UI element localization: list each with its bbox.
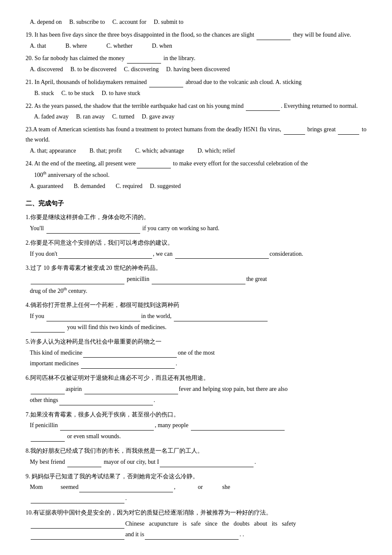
c3-en-2: drug of the 20th century. xyxy=(26,285,366,296)
q20-blank xyxy=(127,63,161,64)
c5-blank1 xyxy=(83,357,177,358)
q21-options: B. stuck C. to be stuck D. to have stuck xyxy=(26,88,366,98)
c10-blank3 xyxy=(145,539,239,540)
completion-item-9: 9. 妈妈似乎已知道了我的考试结果了，否则她肯定不会这么冷静。 Mom seem… xyxy=(26,471,366,503)
c3-blank2 xyxy=(152,284,245,284)
completion-item-6: 6.阿司匹林不仅被证明对于退烧和止痛必不可少，而且还有其他用途。 aspirin… xyxy=(26,373,366,405)
c9-en-2: . xyxy=(26,493,366,503)
page-content: A. depend on B. subscribe to C. account … xyxy=(26,17,366,540)
c6-blank1 xyxy=(31,394,65,394)
c9-blank2 xyxy=(31,503,124,503)
c5-blank2 xyxy=(81,368,175,369)
q24-blank xyxy=(137,168,171,168)
c6-blank2 xyxy=(84,394,178,394)
c3-blank1 xyxy=(31,284,124,284)
c8-blank1 xyxy=(67,467,101,467)
c7-blank1 xyxy=(60,430,154,431)
c3-en: penicillin the great xyxy=(26,274,366,284)
c2-blank2 xyxy=(175,258,269,259)
c1-en: You'll if you carry on working so hard. xyxy=(26,223,366,234)
c9-zh: 9. 妈妈似乎已知道了我的考试结果了，否则她肯定不会这么冷静。 xyxy=(26,471,366,482)
q24-text: 24. At the end of the meeting, all prese… xyxy=(26,159,366,169)
c4-blank3 xyxy=(31,332,65,332)
q22-blank xyxy=(246,110,280,111)
completion-item-2: 2.你要是不同意这个安排的话，我们可以考虑你的建议。 If you don't,… xyxy=(26,238,366,259)
c7-blank2 xyxy=(191,430,285,431)
c7-en-2: or even small wounds. xyxy=(26,431,366,442)
c6-en: aspirin fever and helping stop pain, but… xyxy=(26,384,366,394)
completion-item-7: 7.如果没有青霉素，很多人会死于疾病，甚至很小的伤口。 If penicilli… xyxy=(26,410,366,442)
c8-en: My best friend mayor of our city, but I. xyxy=(26,457,366,467)
q23-blank2 xyxy=(338,134,359,135)
c9-en: Mom seemed, or she xyxy=(26,482,366,492)
q20-text: 20. So far nobody has claimed the money … xyxy=(26,53,366,64)
c2-en: If you don't, we can consideration. xyxy=(26,249,366,259)
completion-item-1: 1.你要是继续这样拼命工作，身体会吃不消的。 You'll if you car… xyxy=(26,212,366,234)
c9-blank1 xyxy=(79,492,173,492)
c6-blank3 xyxy=(59,405,153,405)
q19-text: 19. It has been five days since the thre… xyxy=(26,30,366,40)
q21-text: 21. In April, thousands of holidaymakers… xyxy=(26,77,366,87)
q19-options: A. that B. where C. whether D. when xyxy=(26,41,366,51)
c7-zh: 7.如果没有青霉素，很多人会死于疾病，甚至很小的伤口。 xyxy=(26,410,366,420)
c4-blank2 xyxy=(174,321,268,321)
q24-options: A. guaranteed B. demanded C. required D.… xyxy=(26,181,366,191)
c10-blank2 xyxy=(31,539,124,540)
c5-zh: 5.许多人认为这种药是当代社会中最重要的药物之一 xyxy=(26,337,366,347)
completion-item-4: 4.倘若你打开世界上任何一个药柜，都很可能找到这两种药 If you in th… xyxy=(26,300,366,332)
c10-blank1 xyxy=(31,528,124,529)
c4-blank1 xyxy=(46,321,140,321)
completion-item-5: 5.许多人认为这种药是当代社会中最重要的药物之一 This kind of me… xyxy=(26,337,366,369)
section2-title: 二、完成句子 xyxy=(26,198,366,209)
q22-options: A. faded away B. ran away C. turned D. g… xyxy=(26,112,366,122)
q23-text: 23.A team of American scientists has fou… xyxy=(26,124,366,145)
c4-en: If you in the world, xyxy=(26,311,366,321)
q0-options-text: A. depend on B. subscribe to C. account … xyxy=(30,19,183,25)
completion-item-10: 10.有证据表明中国针灸是安全的，因为对它的质疑已经逐渐消除，并被推荐为一种好的… xyxy=(26,508,366,540)
c8-blank2 xyxy=(160,467,254,467)
options-line-0: A. depend on B. subscribe to C. account … xyxy=(26,17,366,27)
c4-zh: 4.倘若你打开世界上任何一个药柜，都很可能找到这两种药 xyxy=(26,300,366,310)
q20-options: A. discovered B. to be discovered C. dis… xyxy=(26,64,366,75)
c5-en-2: important medicines . xyxy=(26,358,366,369)
c1-zh: 1.你要是继续这样拼命工作，身体会吃不消的。 xyxy=(26,212,366,223)
c1-blank xyxy=(46,233,140,234)
c8-zh: 8.我的好朋友已经成了我们市的市长，而我依然是一名工厂的工人。 xyxy=(26,446,366,456)
section2: 二、完成句子 1.你要是继续这样拼命工作，身体会吃不消的。 You'll if … xyxy=(26,198,366,540)
q19-blank xyxy=(257,40,291,40)
completion-item-8: 8.我的好朋友已经成了我们市的市长，而我依然是一名工厂的工人。 My best … xyxy=(26,446,366,467)
q21-blank xyxy=(149,87,183,87)
c7-blank3 xyxy=(31,441,65,442)
q24-text-2: 100th anniversary of the school. xyxy=(26,169,366,180)
c10-en-2: and it is. . xyxy=(26,529,366,540)
q23-options: A. that; appearance B. that; profit C. w… xyxy=(26,146,366,156)
c10-zh: 10.有证据表明中国针灸是安全的，因为对它的质疑已经逐渐消除，并被推荐为一种好的… xyxy=(26,508,366,518)
q22-text: 22. As the years passed, the shadow that… xyxy=(26,101,366,111)
completion-item-3: 3.过了 10 多年青霉素才被变成 20 世纪的神奇药品。 penicillin… xyxy=(26,263,366,296)
c4-en-2: you will find this two kinds of medicine… xyxy=(26,322,366,332)
c6-en-2: other things. xyxy=(26,395,366,405)
c10-en: Chinese acupuncture is safe since the do… xyxy=(26,519,366,529)
c6-zh: 6.阿司匹林不仅被证明对于退烧和止痛必不可少，而且还有其他用途。 xyxy=(26,373,366,383)
c7-en: If penicillin , many people xyxy=(26,420,366,431)
c3-zh: 3.过了 10 多年青霉素才被变成 20 世纪的神奇药品。 xyxy=(26,263,366,273)
c5-en: This kind of medicineone of the most xyxy=(26,348,366,358)
multiple-choice-section: A. depend on B. subscribe to C. account … xyxy=(26,17,366,191)
c2-zh: 2.你要是不同意这个安排的话，我们可以考虑你的建议。 xyxy=(26,238,366,248)
q23-blank1 xyxy=(284,134,305,135)
c2-blank1 xyxy=(58,258,152,259)
